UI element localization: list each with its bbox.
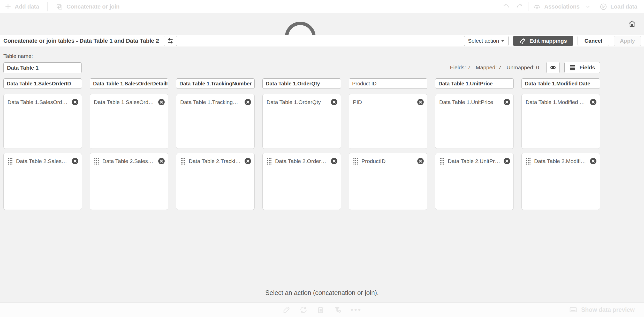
add-data-button[interactable]: Add data — [5, 3, 39, 10]
page-title: Concatenate or join tables - Data Table … — [3, 38, 159, 44]
field-card-title: Data Table 1.SalesOrder… — [94, 99, 155, 105]
field-card-header: Data Table 1.TrackingNu… — [176, 94, 254, 110]
show-data-preview-toggle[interactable]: Show data preview — [569, 303, 635, 317]
mapping-column: Product ID PID ProductID — [349, 78, 427, 210]
toolbar-divider — [595, 2, 595, 11]
drag-handle-icon[interactable] — [526, 158, 531, 165]
field-card-header: Data Table 1.UnitPrice — [435, 94, 513, 110]
list-icon — [569, 64, 576, 71]
remove-field-button[interactable] — [244, 158, 251, 165]
drag-handle-icon[interactable] — [353, 158, 358, 165]
home-button[interactable] — [628, 19, 636, 28]
field-card-header: Data Table 1.OrderQty — [263, 94, 341, 110]
screen-icon — [569, 306, 577, 314]
column-header-box[interactable]: Data Table 1.UnitPrice — [435, 78, 514, 89]
bottom-toolbar: ••• Show data preview — [0, 302, 644, 317]
target-field-card: Data Table 1.Modified Date — [521, 94, 600, 149]
remove-field-button[interactable] — [417, 158, 424, 165]
field-card-title: Data Table 2.UnitPrice — [448, 158, 500, 164]
source-field-card[interactable]: Data Table 2.Modifie… — [521, 153, 600, 210]
column-header-box[interactable]: Data Table 1.SalesOrderID — [3, 78, 82, 89]
source-field-card[interactable]: ProductID — [349, 153, 427, 210]
field-card-body — [263, 110, 341, 149]
concatenate-label: Concatenate or join — [66, 3, 119, 10]
column-header-box[interactable]: Data Table 1.TrackingNumber — [176, 78, 255, 89]
preview-eye-button[interactable] — [546, 62, 560, 73]
fields-button[interactable]: Fields — [564, 62, 600, 73]
remove-field-button[interactable] — [503, 158, 510, 165]
pencil-icon — [519, 38, 526, 44]
drag-handle-icon[interactable] — [267, 158, 272, 165]
drag-handle-icon[interactable] — [94, 158, 99, 165]
delete-trash-icon[interactable] — [316, 306, 325, 314]
target-field-card: Data Table 1.SalesOrderID — [3, 94, 82, 149]
remove-field-button[interactable] — [331, 99, 338, 106]
field-card-title: Data Table 2.SalesOr… — [16, 158, 69, 164]
source-field-card[interactable]: Data Table 2.Trackin… — [176, 153, 255, 210]
select-action-dropdown[interactable]: Select action — [464, 36, 509, 46]
associations-menu[interactable]: Associations — [533, 3, 590, 11]
source-field-card[interactable]: Data Table 2.OrderQty — [262, 153, 341, 210]
clear-filter-icon[interactable] — [334, 306, 342, 314]
field-card-header: Data Table 2.Modifie… — [522, 153, 600, 169]
remove-field-button[interactable] — [590, 99, 597, 106]
loading-spinner — [285, 22, 316, 35]
apply-button[interactable]: Apply — [614, 36, 641, 46]
field-card-title: Data Table 1.OrderQty — [267, 99, 328, 105]
refresh-icon[interactable] — [299, 306, 308, 314]
field-card-body — [176, 169, 254, 210]
column-header-label: Data Table 1.Modified Date — [525, 81, 590, 87]
fields-summary: Fields: 7 Mapped: 7 Unmapped: 0 Fields — [450, 62, 600, 73]
source-field-card[interactable]: Data Table 2.UnitPrice — [435, 153, 514, 210]
chevron-down-icon — [586, 4, 590, 9]
field-card-body — [4, 110, 82, 149]
concatenate-or-join-tab[interactable]: Concatenate or join — [56, 3, 119, 10]
remove-field-button[interactable] — [72, 158, 79, 165]
remove-field-button[interactable] — [417, 99, 424, 106]
column-header-label: Data Table 1.SalesOrderDetailID — [93, 81, 168, 87]
cancel-button[interactable]: Cancel — [578, 36, 609, 46]
mapping-column: Data Table 1.Modified Date Data Table 1.… — [521, 78, 600, 210]
column-header-box[interactable]: Data Table 1.SalesOrderDetailID — [90, 78, 168, 89]
field-card-title: Data Table 1.SalesOrderID — [7, 99, 69, 105]
load-data-button[interactable]: Load data — [600, 3, 637, 10]
drag-handle-icon[interactable] — [439, 158, 445, 165]
field-card-body — [349, 169, 427, 210]
table-name-input[interactable] — [3, 62, 82, 73]
remove-field-button[interactable] — [503, 99, 510, 106]
field-card-body — [522, 169, 600, 210]
field-card-header: Data Table 2.SalesOr… — [4, 153, 82, 169]
field-card-header: PID — [349, 94, 427, 110]
mapping-content: Table name: Fields: 7 Mapped: 7 Unmapped… — [0, 47, 644, 302]
redo-button[interactable] — [516, 3, 524, 11]
table-name-group: Table name: — [3, 53, 82, 73]
remove-field-button[interactable] — [331, 158, 338, 165]
eye-icon — [533, 3, 541, 11]
source-field-card[interactable]: Data Table 2.SalesOr… — [3, 153, 82, 210]
column-header-box[interactable]: Data Table 1.Modified Date — [521, 78, 600, 89]
source-field-card[interactable]: Data Table 2.SalesOr… — [90, 153, 168, 210]
add-data-label: Add data — [15, 3, 39, 10]
field-card-header: Data Table 1.Modified Date — [522, 94, 600, 110]
drag-handle-icon[interactable] — [7, 158, 13, 165]
target-field-card: Data Table 1.OrderQty — [262, 94, 341, 149]
remove-field-button[interactable] — [158, 158, 165, 165]
remove-field-button[interactable] — [72, 99, 79, 106]
remove-field-button[interactable] — [158, 99, 165, 106]
swap-tables-button[interactable] — [164, 36, 177, 46]
remove-field-button[interactable] — [244, 99, 251, 106]
dropdown-caret-icon — [501, 39, 505, 43]
field-card-body — [263, 169, 341, 210]
drag-handle-icon[interactable] — [180, 158, 186, 165]
edit-pencil-icon[interactable] — [282, 306, 291, 314]
column-header-box[interactable]: Product ID — [349, 78, 427, 89]
remove-field-button[interactable] — [590, 158, 597, 165]
navigation-band — [0, 13, 644, 35]
eye-icon — [549, 64, 557, 71]
undo-button[interactable] — [502, 3, 510, 11]
column-header-label: Product ID — [352, 81, 376, 87]
column-header-box[interactable]: Data Table 1.OrderQty — [262, 78, 341, 89]
select-action-label: Select action — [468, 38, 499, 44]
plus-icon — [5, 3, 11, 10]
edit-mappings-button[interactable]: Edit mappings — [513, 36, 573, 46]
